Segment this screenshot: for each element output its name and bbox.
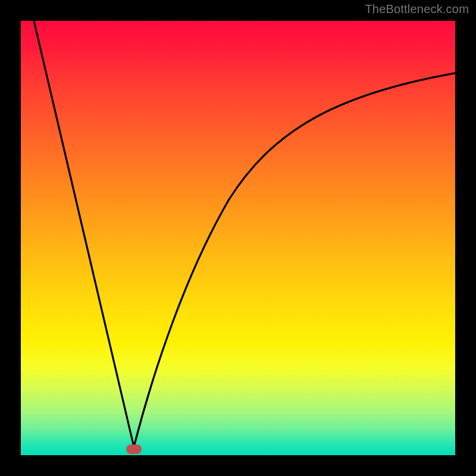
curve-left-branch: [34, 21, 134, 447]
chart-frame: TheBottleneck.com: [0, 0, 476, 476]
curve-right-branch: [134, 73, 455, 447]
watermark-text: TheBottleneck.com: [365, 2, 469, 16]
minimum-marker: [126, 444, 142, 454]
bottleneck-curve: [21, 21, 455, 455]
plot-area: [21, 21, 455, 455]
